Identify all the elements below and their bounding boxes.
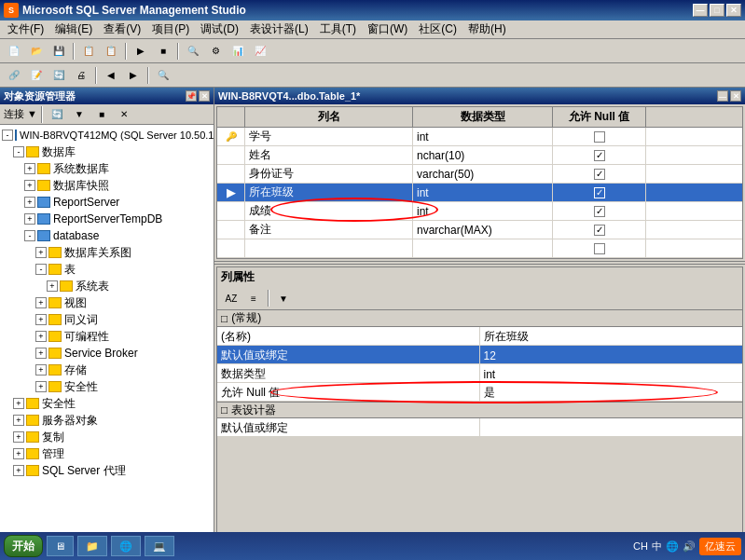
expand-database-icon[interactable]: - xyxy=(24,230,35,241)
row-type-cj[interactable]: int xyxy=(413,202,553,220)
explorer-stop-button[interactable]: ■ xyxy=(91,105,112,124)
props-row-name[interactable]: (名称) 所在班级 xyxy=(217,327,742,346)
tree-synonyms-node[interactable]: + 同义词 xyxy=(2,311,212,328)
tree-system-db-node[interactable]: + 系统数据库 xyxy=(2,160,212,177)
row-name-xuehao[interactable]: 学号 xyxy=(245,128,413,145)
explorer-close-btn[interactable]: ✕ xyxy=(199,90,210,102)
tb2-btn-4[interactable]: 🖨 xyxy=(71,66,91,85)
row-nullable-xuehao[interactable] xyxy=(553,128,646,145)
tree-reportservertempdb-node[interactable]: + ReportServerTempDB xyxy=(2,211,212,227)
row-name-cj[interactable]: 成绩 xyxy=(245,202,413,220)
nullable-checkbox-szbj[interactable] xyxy=(594,187,605,198)
tree-replication-node[interactable]: + 复制 xyxy=(2,429,212,445)
props-sort-cat-button[interactable]: ≡ xyxy=(243,289,264,307)
expand-sb-icon[interactable]: + xyxy=(35,348,47,359)
editor-close-btn[interactable]: ✕ xyxy=(730,90,741,102)
row-type-xingming[interactable]: nchar(10) xyxy=(413,146,553,164)
tb-btn-7[interactable]: 🔍 xyxy=(183,42,203,61)
props-section-general[interactable]: □ (常规) xyxy=(217,310,742,327)
tree-servicebroker-node[interactable]: + Service Broker xyxy=(2,345,212,362)
tree-diagram-node[interactable]: + 数据库关系图 xyxy=(2,244,212,261)
editor-minimize-btn[interactable]: — xyxy=(717,90,728,102)
tree-serverobjects-node[interactable]: + 服务器对象 xyxy=(2,412,212,429)
tree-tables-node[interactable]: - 表 xyxy=(2,261,212,278)
expand-views-icon[interactable]: + xyxy=(35,297,47,308)
tb2-btn-2[interactable]: 📝 xyxy=(26,66,47,85)
tree-systable-node[interactable]: + 系统表 xyxy=(2,278,212,294)
minimize-button[interactable]: — xyxy=(693,4,708,17)
props-row-nullable[interactable]: 允许 Null 值 是 xyxy=(217,383,742,402)
props-filter-button[interactable]: ▼ xyxy=(273,289,294,307)
tb-btn-9[interactable]: 📊 xyxy=(228,42,248,61)
row-nullable-szbj[interactable] xyxy=(553,184,646,201)
nullable-checkbox-empty[interactable] xyxy=(594,243,605,254)
execute-button[interactable]: ▶ xyxy=(131,42,151,61)
expand-prog-icon[interactable]: + xyxy=(35,331,47,342)
menu-view[interactable]: 查看(V) xyxy=(98,20,146,39)
expand-tables-icon[interactable]: - xyxy=(35,264,47,275)
tree-snapshot-node[interactable]: + 数据库快照 xyxy=(2,177,212,194)
explorer-tree[interactable]: - WIN-B8RVQT412MQ (SQL Server 10.50.1600… xyxy=(0,125,214,540)
row-name-sfzh[interactable]: 身份证号 xyxy=(245,165,413,183)
tree-views-node[interactable]: + 视图 xyxy=(2,294,212,311)
props-value-datatype[interactable]: int xyxy=(480,364,743,384)
row-nullable-xingming[interactable] xyxy=(553,146,646,164)
expand-dbsec-icon[interactable]: + xyxy=(35,381,47,392)
props-row-datatype[interactable]: 数据类型 int xyxy=(217,364,742,383)
props-value-name[interactable]: 所在班级 xyxy=(480,327,743,347)
menu-community[interactable]: 社区(C) xyxy=(413,20,462,39)
menu-tools[interactable]: 工具(T) xyxy=(314,20,362,39)
expand-systable-icon[interactable]: + xyxy=(47,280,58,292)
table-row[interactable]: 备注 nvarchar(MAX) xyxy=(217,221,742,239)
tree-programmability-node[interactable]: + 可编程性 xyxy=(2,328,212,345)
row-type-szbj[interactable]: int xyxy=(413,184,553,201)
expand-sqlagent-icon[interactable]: + xyxy=(13,465,24,476)
open-button[interactable]: 📂 xyxy=(26,42,47,61)
table-row[interactable]: 身份证号 varchar(50) xyxy=(217,165,742,184)
taskbar-item-2[interactable]: 📁 xyxy=(77,536,107,556)
tree-storage-node[interactable]: + 存储 xyxy=(2,362,212,378)
start-button[interactable]: 开始 xyxy=(4,535,43,557)
maximize-button[interactable]: □ xyxy=(710,4,724,17)
stop-button[interactable]: ■ xyxy=(153,42,173,61)
expand-servobj-icon[interactable]: + xyxy=(13,415,24,426)
explorer-refresh-button[interactable]: 🔄 xyxy=(47,105,67,124)
table-row[interactable]: 🔑 学号 int xyxy=(217,128,742,146)
tb2-btn-3[interactable]: 🔄 xyxy=(48,66,69,85)
tree-reportserver-node[interactable]: + ReportServer xyxy=(2,194,212,211)
expand-snapshot-icon[interactable]: + xyxy=(24,180,35,191)
row-nullable-cj[interactable] xyxy=(553,202,646,220)
row-nullable-bz[interactable] xyxy=(553,221,646,239)
tree-databases-node[interactable]: - 数据库 xyxy=(2,143,212,160)
expand-synonyms-icon[interactable]: + xyxy=(35,314,47,325)
tree-db-security-node[interactable]: + 安全性 xyxy=(2,378,212,395)
props-row-default2[interactable]: 默认值或绑定 xyxy=(217,418,742,437)
copy-button[interactable]: 📋 xyxy=(78,42,99,61)
menu-file[interactable]: 文件(F) xyxy=(2,20,49,39)
expand-sysdb-icon[interactable]: + xyxy=(24,163,35,174)
table-row[interactable]: 成绩 int xyxy=(217,202,742,221)
expand-server-icon[interactable]: - xyxy=(2,130,13,141)
tb2-btn-6[interactable]: ▶ xyxy=(123,66,144,85)
expand-replication-icon[interactable]: + xyxy=(13,431,24,443)
row-type-bz[interactable]: nvarchar(MAX) xyxy=(413,221,553,239)
menu-tabledesigner[interactable]: 表设计器(L) xyxy=(244,20,314,39)
tree-database-node[interactable]: - database xyxy=(2,227,212,244)
row-name-szbj[interactable]: 所在班级 xyxy=(245,184,413,201)
row-name-xingming[interactable]: 姓名 xyxy=(245,146,413,164)
editor-window-controls[interactable]: — ✕ xyxy=(717,90,741,102)
props-value-default2[interactable] xyxy=(480,418,743,438)
row-type-empty[interactable] xyxy=(413,239,553,257)
close-button[interactable]: ✕ xyxy=(726,4,741,17)
tb-btn-10[interactable]: 📈 xyxy=(250,42,270,61)
props-value-default[interactable]: 12 xyxy=(480,346,743,365)
row-name-bz[interactable]: 备注 xyxy=(245,221,413,239)
expand-mgmt-icon[interactable]: + xyxy=(13,448,24,459)
paste-button[interactable]: 📋 xyxy=(101,42,121,61)
expand-databases-icon[interactable]: - xyxy=(13,146,24,157)
nullable-checkbox-xingming[interactable] xyxy=(594,150,605,161)
tb2-btn-5[interactable]: ◀ xyxy=(101,66,121,85)
connect-button[interactable]: 连接 ▼ xyxy=(4,107,37,121)
tb-btn-8[interactable]: ⚙ xyxy=(205,42,226,61)
expand-servsec-icon[interactable]: + xyxy=(13,398,24,409)
